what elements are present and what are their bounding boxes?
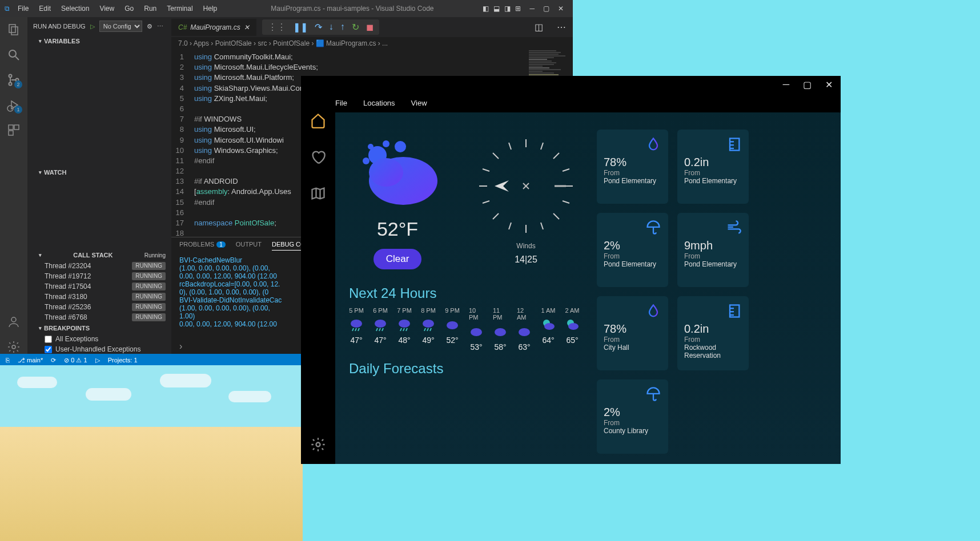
sync-icon[interactable]: ⟳ <box>51 357 56 364</box>
thread-row[interactable]: Thread #17504RUNNING <box>27 281 171 292</box>
stat-card[interactable]: 0.2inFromRockwood Reservation <box>677 296 749 370</box>
layout-icon[interactable]: ⊞ <box>515 5 521 13</box>
hour-forecast[interactable]: 10 PM53° <box>469 307 484 352</box>
run-debug-icon[interactable]: 1 <box>7 98 21 112</box>
map-icon[interactable] <box>310 185 326 201</box>
maximize-button[interactable]: ▢ <box>543 5 549 13</box>
menu-edit[interactable]: Edit <box>34 2 55 15</box>
breadcrumb[interactable]: 7.0 › Apps › PointOfSale › src › PointOf… <box>171 37 573 50</box>
explorer-icon[interactable] <box>7 23 21 37</box>
condition-button[interactable]: Clear <box>373 249 422 269</box>
stop-icon[interactable]: ◼ <box>366 22 373 33</box>
debug-drag-icon[interactable]: ⋮⋮ <box>268 22 286 33</box>
debug-target-icon[interactable]: ▷ <box>95 357 100 364</box>
close-tab-icon[interactable]: ✕ <box>244 23 250 31</box>
close-button[interactable]: ✕ <box>558 5 564 13</box>
problems-tab[interactable]: PROBLEMS1 <box>179 241 226 251</box>
output-tab[interactable]: OUTPUT <box>236 241 262 251</box>
menu-file[interactable]: File <box>13 2 33 15</box>
error-warning-indicator[interactable]: ⊘ 0 ⚠ 1 <box>64 357 87 364</box>
svg-line-29 <box>493 213 499 219</box>
svg-line-45 <box>358 328 359 331</box>
watch-section[interactable]: WATCH <box>27 167 171 178</box>
close-button[interactable]: ✕ <box>825 79 833 90</box>
stat-value: 9mph <box>684 239 742 252</box>
drop-icon <box>645 136 661 152</box>
step-into-icon[interactable]: ↓ <box>329 22 334 33</box>
thread-row[interactable]: Thread #23204RUNNING <box>27 261 171 271</box>
branch-indicator[interactable]: ⎇ main* <box>18 357 43 364</box>
search-icon[interactable] <box>7 48 21 62</box>
settings-gear-icon[interactable] <box>7 340 21 354</box>
menu-terminal[interactable]: Terminal <box>162 2 197 15</box>
pause-icon[interactable]: ❚❚ <box>293 22 308 33</box>
hour-forecast[interactable]: 9 PM52° <box>445 307 460 352</box>
menu-view[interactable]: View <box>95 2 119 15</box>
panel-left-icon[interactable]: ◧ <box>483 5 489 13</box>
extensions-icon[interactable] <box>7 123 21 137</box>
account-icon[interactable] <box>7 315 21 329</box>
breakpoints-section[interactable]: BREAKPOINTS <box>27 322 171 334</box>
remote-icon[interactable]: ⎘ <box>6 357 10 364</box>
settings-icon[interactable] <box>310 437 326 453</box>
svg-point-18 <box>383 140 389 147</box>
step-out-icon[interactable]: ↑ <box>340 22 345 33</box>
menu-file[interactable]: File <box>335 99 347 107</box>
editor-tab[interactable]: C# MauiProgram.cs ✕ <box>171 19 256 36</box>
menu-go[interactable]: Go <box>120 2 138 15</box>
menu-selection[interactable]: Selection <box>57 2 94 15</box>
thread-row[interactable]: Thread #25236RUNNING <box>27 302 171 312</box>
heart-icon[interactable] <box>310 149 326 165</box>
stat-card[interactable]: 9mphFromPond Elementary <box>677 213 749 287</box>
config-select[interactable]: No Config <box>99 21 142 32</box>
panel-right-icon[interactable]: ◨ <box>504 5 511 13</box>
projects-indicator[interactable]: Projects: 1 <box>108 357 138 364</box>
callstack-section[interactable]: CALL STACK Running <box>27 249 171 261</box>
step-over-icon[interactable]: ↷ <box>315 22 322 33</box>
restart-icon[interactable]: ↻ <box>352 22 359 33</box>
hour-forecast[interactable]: 8 PM49° <box>421 307 436 352</box>
hour-forecast[interactable]: 12 AM63° <box>517 307 532 352</box>
tab-title: MauiProgram.cs <box>190 23 240 31</box>
hour-forecast[interactable]: 2 AM65° <box>565 307 580 352</box>
start-debug-icon[interactable]: ▷ <box>90 23 95 30</box>
thread-name: Thread #17504 <box>45 282 91 290</box>
hour-forecast[interactable]: 11 PM58° <box>493 307 508 352</box>
weather-left-panel: 52°F Clear <box>349 130 580 458</box>
stat-card[interactable]: 2%FromCounty Library <box>597 379 668 454</box>
gear-icon[interactable]: ⚙ <box>147 23 152 30</box>
thread-row[interactable]: Thread #6768RUNNING <box>27 312 171 322</box>
bp-user-unhandled[interactable]: User-Unhandled Exceptions <box>27 344 171 354</box>
hour-forecast[interactable]: 6 PM47° <box>373 307 388 352</box>
minimize-button[interactable]: ─ <box>783 79 789 90</box>
thread-name: Thread #6768 <box>45 313 87 321</box>
minimize-button[interactable]: ─ <box>529 5 535 13</box>
thread-row[interactable]: Thread #3180RUNNING <box>27 292 171 302</box>
ruler-icon <box>726 303 742 319</box>
maximize-button[interactable]: ▢ <box>803 79 812 90</box>
hour-forecast[interactable]: 5 PM47° <box>349 307 364 352</box>
stat-card[interactable]: 78%FromCity Hall <box>597 296 668 370</box>
menu-run[interactable]: Run <box>139 2 161 15</box>
more-actions-icon[interactable]: ⋯ <box>550 22 573 33</box>
more-icon[interactable]: ⋯ <box>157 23 163 30</box>
thread-row[interactable]: Thread #19712RUNNING <box>27 271 171 281</box>
source-control-icon[interactable]: 2 <box>7 73 21 87</box>
stat-card[interactable]: 2%FromPond Elementary <box>597 213 668 287</box>
menu-view[interactable]: View <box>411 99 427 107</box>
svg-point-4 <box>9 75 12 78</box>
bp-all-exceptions[interactable]: All Exceptions <box>27 334 171 344</box>
bp-all-checkbox[interactable] <box>45 336 52 343</box>
stat-from-label: From <box>684 252 742 260</box>
home-icon[interactable] <box>310 112 326 128</box>
menu-help[interactable]: Help <box>199 2 222 15</box>
stat-card[interactable]: 0.2inFromPond Elementary <box>677 130 749 204</box>
bp-user-checkbox[interactable] <box>45 346 52 353</box>
variables-section[interactable]: VARIABLES <box>27 35 171 47</box>
split-editor-icon[interactable]: ◫ <box>528 22 550 33</box>
hour-forecast[interactable]: 1 AM64° <box>541 307 556 352</box>
stat-card[interactable]: 78%FromPond Elementary <box>597 130 668 204</box>
hour-forecast[interactable]: 7 PM48° <box>397 307 412 352</box>
menu-locations[interactable]: Locations <box>363 99 395 107</box>
panel-bottom-icon[interactable]: ⬓ <box>493 5 500 13</box>
